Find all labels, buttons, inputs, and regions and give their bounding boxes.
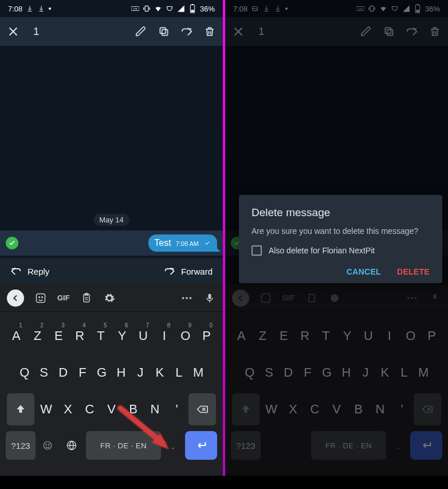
key[interactable]: 5T — [92, 320, 111, 352]
copy-icon[interactable] — [158, 25, 170, 38]
key[interactable]: 2Z — [28, 320, 47, 352]
enter-key[interactable] — [185, 431, 217, 460]
forward-icon[interactable] — [406, 25, 418, 38]
key[interactable]: L — [396, 357, 413, 389]
key[interactable]: ' — [167, 393, 186, 425]
key[interactable]: W — [37, 393, 56, 425]
period-key[interactable]: . — [388, 431, 408, 460]
key[interactable]: G — [319, 357, 336, 389]
key[interactable]: S — [36, 357, 53, 389]
key[interactable]: D — [280, 357, 297, 389]
message-bubble[interactable]: Test 7:08 AM — [148, 234, 217, 252]
backspace-key[interactable] — [188, 393, 216, 425]
key[interactable]: 1A — [7, 320, 26, 352]
key[interactable]: V — [102, 393, 121, 425]
key[interactable]: F — [299, 357, 316, 389]
key[interactable]: Q — [241, 357, 258, 389]
reply-button[interactable]: Reply — [10, 265, 49, 277]
space-key[interactable]: FR · DE · EN — [311, 431, 386, 460]
gear-icon[interactable] — [328, 292, 341, 304]
gif-button[interactable]: GIF — [282, 294, 295, 302]
key[interactable]: 9O — [176, 320, 195, 352]
key[interactable]: 8I — [155, 320, 174, 352]
key[interactable]: Q — [16, 357, 33, 389]
period-key[interactable]: . — [163, 431, 183, 460]
key[interactable]: H — [338, 357, 355, 389]
key[interactable]: N — [146, 393, 165, 425]
language-key[interactable] — [60, 431, 84, 460]
space-key[interactable]: FR · DE · EN — [86, 431, 161, 460]
keyboard-collapse-icon[interactable] — [232, 290, 249, 307]
forward-button[interactable]: Forward — [164, 265, 213, 277]
delete-button[interactable]: DELETE — [397, 267, 430, 276]
close-icon[interactable] — [232, 25, 245, 38]
key[interactable]: A — [232, 320, 251, 352]
more-icon[interactable] — [406, 292, 418, 304]
key[interactable]: K — [151, 357, 168, 389]
key[interactable]: W — [262, 393, 281, 425]
cancel-button[interactable]: CANCEL — [347, 267, 381, 276]
key[interactable]: S — [261, 357, 278, 389]
key[interactable]: T — [317, 320, 336, 352]
key[interactable]: C — [80, 393, 100, 425]
key[interactable]: O — [401, 320, 420, 352]
clipboard-icon[interactable] — [80, 292, 93, 304]
key[interactable]: X — [284, 393, 303, 425]
key[interactable]: 6Y — [113, 320, 132, 352]
shift-key[interactable] — [7, 393, 34, 425]
enter-key[interactable] — [410, 431, 442, 460]
key[interactable]: E — [274, 320, 293, 352]
key[interactable]: B — [349, 393, 368, 425]
close-icon[interactable] — [7, 25, 19, 38]
key[interactable]: G — [93, 357, 111, 389]
symbols-key[interactable]: ?123 — [6, 431, 36, 460]
key[interactable]: 3E — [49, 320, 68, 352]
copy-icon[interactable] — [383, 25, 395, 38]
key[interactable]: 4R — [70, 320, 89, 352]
keyboard-collapse-icon[interactable] — [7, 290, 24, 307]
backspace-key[interactable] — [414, 393, 441, 425]
key[interactable]: 7U — [133, 320, 152, 352]
clipboard-icon[interactable] — [305, 292, 318, 304]
mic-icon[interactable] — [203, 292, 216, 304]
emoji-key[interactable] — [38, 431, 57, 460]
key[interactable]: L — [171, 357, 188, 389]
key[interactable]: C — [305, 393, 325, 425]
delete-icon[interactable] — [203, 25, 216, 38]
edit-icon[interactable] — [360, 25, 372, 38]
key[interactable]: Y — [338, 320, 357, 352]
key[interactable]: R — [296, 320, 315, 352]
key[interactable]: N — [371, 393, 390, 425]
sticker-icon[interactable] — [260, 292, 272, 304]
key[interactable]: K — [376, 357, 394, 389]
checkbox-icon[interactable] — [251, 245, 262, 256]
key[interactable]: F — [74, 357, 91, 389]
key[interactable]: Z — [253, 320, 272, 352]
key[interactable]: X — [58, 393, 78, 425]
gear-icon[interactable] — [103, 292, 116, 304]
key[interactable]: ' — [392, 393, 411, 425]
key[interactable]: J — [132, 357, 149, 389]
key[interactable]: P — [422, 320, 441, 352]
selected-message-row[interactable]: Test 7:08 AM — [0, 230, 223, 256]
key[interactable]: 0P — [197, 320, 216, 352]
key[interactable]: U — [359, 320, 378, 352]
key[interactable]: M — [190, 357, 207, 389]
dialog-checkbox-row[interactable]: Also delete for Florian NextPit — [251, 245, 430, 256]
forward-icon[interactable] — [180, 25, 193, 38]
key[interactable]: D — [54, 357, 72, 389]
more-icon[interactable] — [180, 292, 193, 304]
edit-icon[interactable] — [135, 25, 147, 38]
key[interactable]: H — [113, 357, 130, 389]
gif-button[interactable]: GIF — [57, 294, 70, 302]
language-key[interactable] — [285, 431, 309, 460]
key[interactable]: V — [327, 393, 347, 425]
sticker-icon[interactable] — [34, 292, 47, 304]
emoji-key[interactable] — [263, 431, 282, 460]
key[interactable]: B — [124, 393, 143, 425]
key[interactable]: M — [415, 357, 432, 389]
key[interactable]: I — [380, 320, 399, 352]
symbols-key[interactable]: ?123 — [231, 431, 261, 460]
key[interactable]: J — [357, 357, 374, 389]
mic-icon[interactable] — [429, 292, 441, 304]
